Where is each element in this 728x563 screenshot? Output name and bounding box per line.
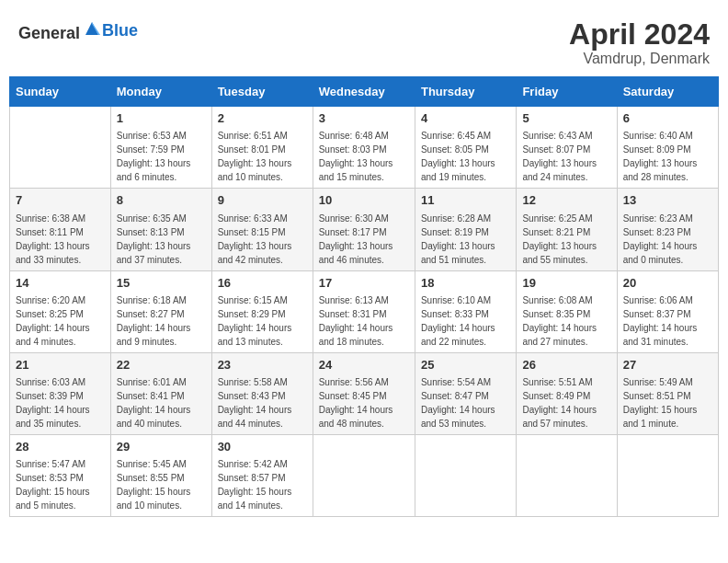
day-info: Sunrise: 6:33 AM Sunset: 8:15 PM Dayligh…	[218, 213, 292, 265]
table-row: 26Sunrise: 5:51 AM Sunset: 8:49 PM Dayli…	[517, 352, 617, 434]
calendar-header-row: Sunday Monday Tuesday Wednesday Thursday…	[10, 77, 719, 107]
day-number: 14	[16, 275, 105, 292]
table-row	[415, 434, 516, 516]
table-row: 4Sunrise: 6:45 AM Sunset: 8:05 PM Daylig…	[415, 107, 516, 189]
day-info: Sunrise: 6:03 AM Sunset: 8:39 PM Dayligh…	[16, 377, 90, 429]
day-info: Sunrise: 6:53 AM Sunset: 7:59 PM Dayligh…	[117, 131, 191, 182]
day-info: Sunrise: 6:01 AM Sunset: 8:41 PM Dayligh…	[117, 377, 191, 429]
day-number: 19	[522, 275, 610, 292]
day-info: Sunrise: 5:56 AM Sunset: 8:45 PM Dayligh…	[319, 377, 393, 429]
table-row: 25Sunrise: 5:54 AM Sunset: 8:47 PM Dayli…	[415, 352, 516, 434]
day-info: Sunrise: 5:45 AM Sunset: 8:55 PM Dayligh…	[117, 459, 191, 511]
table-row: 21Sunrise: 6:03 AM Sunset: 8:39 PM Dayli…	[10, 352, 111, 434]
day-number: 16	[218, 275, 307, 292]
calendar-week-row: 7Sunrise: 6:38 AM Sunset: 8:11 PM Daylig…	[10, 189, 719, 270]
table-row: 28Sunrise: 5:47 AM Sunset: 8:53 PM Dayli…	[10, 434, 111, 516]
table-row	[313, 434, 415, 516]
day-info: Sunrise: 6:35 AM Sunset: 8:13 PM Dayligh…	[117, 213, 191, 265]
table-row: 3Sunrise: 6:48 AM Sunset: 8:03 PM Daylig…	[313, 107, 415, 189]
table-row: 5Sunrise: 6:43 AM Sunset: 8:07 PM Daylig…	[517, 107, 617, 189]
table-row: 7Sunrise: 6:38 AM Sunset: 8:11 PM Daylig…	[10, 189, 111, 270]
day-info: Sunrise: 5:42 AM Sunset: 8:57 PM Dayligh…	[218, 459, 292, 511]
calendar-week-row: 28Sunrise: 5:47 AM Sunset: 8:53 PM Dayli…	[10, 434, 719, 516]
day-number: 23	[218, 357, 307, 373]
table-row	[10, 107, 111, 189]
day-number: 17	[319, 275, 409, 292]
table-row: 16Sunrise: 6:15 AM Sunset: 8:29 PM Dayli…	[211, 270, 313, 352]
logo-icon	[82, 18, 102, 39]
day-number: 6	[623, 110, 712, 127]
logo-text-general: General	[18, 24, 80, 42]
logo-text-blue: Blue	[102, 21, 138, 40]
table-row: 15Sunrise: 6:18 AM Sunset: 8:27 PM Dayli…	[110, 270, 211, 352]
day-info: Sunrise: 6:13 AM Sunset: 8:31 PM Dayligh…	[319, 295, 393, 347]
day-number: 9	[218, 192, 307, 209]
day-number: 30	[218, 439, 307, 455]
table-row: 29Sunrise: 5:45 AM Sunset: 8:55 PM Dayli…	[110, 434, 211, 516]
calendar-table: Sunday Monday Tuesday Wednesday Thursday…	[9, 76, 719, 517]
table-row	[617, 434, 718, 516]
calendar-week-row: 14Sunrise: 6:20 AM Sunset: 8:25 PM Dayli…	[10, 270, 719, 352]
day-info: Sunrise: 6:48 AM Sunset: 8:03 PM Dayligh…	[319, 131, 393, 182]
table-row: 24Sunrise: 5:56 AM Sunset: 8:45 PM Dayli…	[313, 352, 415, 434]
title-area: April 2024 Vamdrup, Denmark	[569, 18, 710, 67]
day-info: Sunrise: 6:51 AM Sunset: 8:01 PM Dayligh…	[218, 131, 292, 182]
day-number: 26	[522, 357, 610, 373]
day-number: 15	[117, 275, 206, 292]
table-row: 20Sunrise: 6:06 AM Sunset: 8:37 PM Dayli…	[617, 270, 718, 352]
day-number: 28	[16, 439, 105, 455]
day-number: 27	[623, 357, 712, 373]
day-number: 18	[421, 275, 510, 292]
day-info: Sunrise: 6:38 AM Sunset: 8:11 PM Dayligh…	[16, 213, 90, 265]
calendar-week-row: 1Sunrise: 6:53 AM Sunset: 7:59 PM Daylig…	[10, 107, 719, 189]
col-wednesday: Wednesday	[313, 77, 415, 107]
svg-marker-0	[85, 22, 98, 35]
page-header: General Blue April 2024 Vamdrup, Denmark	[9, 9, 719, 72]
table-row: 6Sunrise: 6:40 AM Sunset: 8:09 PM Daylig…	[617, 107, 718, 189]
day-info: Sunrise: 5:47 AM Sunset: 8:53 PM Dayligh…	[16, 459, 90, 511]
location: Vamdrup, Denmark	[569, 51, 710, 67]
table-row: 23Sunrise: 5:58 AM Sunset: 8:43 PM Dayli…	[211, 352, 313, 434]
day-number: 12	[522, 192, 610, 209]
table-row: 27Sunrise: 5:49 AM Sunset: 8:51 PM Dayli…	[617, 352, 718, 434]
col-friday: Friday	[517, 77, 617, 107]
day-info: Sunrise: 5:54 AM Sunset: 8:47 PM Dayligh…	[421, 377, 495, 429]
day-number: 25	[421, 357, 510, 373]
day-number: 4	[421, 110, 510, 127]
day-info: Sunrise: 5:51 AM Sunset: 8:49 PM Dayligh…	[522, 377, 597, 429]
day-number: 10	[319, 192, 409, 209]
day-number: 3	[319, 110, 409, 127]
day-number: 5	[522, 110, 610, 127]
table-row: 1Sunrise: 6:53 AM Sunset: 7:59 PM Daylig…	[110, 107, 211, 189]
day-info: Sunrise: 6:08 AM Sunset: 8:35 PM Dayligh…	[522, 295, 597, 347]
table-row: 12Sunrise: 6:25 AM Sunset: 8:21 PM Dayli…	[517, 189, 617, 270]
col-sunday: Sunday	[10, 77, 111, 107]
day-info: Sunrise: 6:06 AM Sunset: 8:37 PM Dayligh…	[623, 295, 698, 347]
col-thursday: Thursday	[415, 77, 516, 107]
table-row: 19Sunrise: 6:08 AM Sunset: 8:35 PM Dayli…	[517, 270, 617, 352]
day-info: Sunrise: 6:10 AM Sunset: 8:33 PM Dayligh…	[421, 295, 495, 347]
logo: General Blue	[18, 18, 138, 43]
day-info: Sunrise: 6:40 AM Sunset: 8:09 PM Dayligh…	[623, 131, 698, 182]
day-info: Sunrise: 6:43 AM Sunset: 8:07 PM Dayligh…	[522, 131, 597, 182]
day-number: 20	[623, 275, 712, 292]
table-row: 18Sunrise: 6:10 AM Sunset: 8:33 PM Dayli…	[415, 270, 516, 352]
table-row: 8Sunrise: 6:35 AM Sunset: 8:13 PM Daylig…	[110, 189, 211, 270]
table-row: 30Sunrise: 5:42 AM Sunset: 8:57 PM Dayli…	[211, 434, 313, 516]
day-number: 2	[218, 110, 307, 127]
day-info: Sunrise: 5:49 AM Sunset: 8:51 PM Dayligh…	[623, 377, 698, 429]
table-row: 17Sunrise: 6:13 AM Sunset: 8:31 PM Dayli…	[313, 270, 415, 352]
table-row: 9Sunrise: 6:33 AM Sunset: 8:15 PM Daylig…	[211, 189, 313, 270]
table-row: 11Sunrise: 6:28 AM Sunset: 8:19 PM Dayli…	[415, 189, 516, 270]
day-number: 1	[117, 110, 206, 127]
day-number: 7	[16, 192, 105, 209]
table-row: 2Sunrise: 6:51 AM Sunset: 8:01 PM Daylig…	[211, 107, 313, 189]
col-saturday: Saturday	[617, 77, 718, 107]
day-number: 11	[421, 192, 510, 209]
day-number: 24	[319, 357, 409, 373]
day-info: Sunrise: 6:23 AM Sunset: 8:23 PM Dayligh…	[623, 213, 698, 265]
day-info: Sunrise: 6:15 AM Sunset: 8:29 PM Dayligh…	[218, 295, 292, 347]
col-monday: Monday	[110, 77, 211, 107]
table-row	[517, 434, 617, 516]
day-info: Sunrise: 6:45 AM Sunset: 8:05 PM Dayligh…	[421, 131, 495, 182]
